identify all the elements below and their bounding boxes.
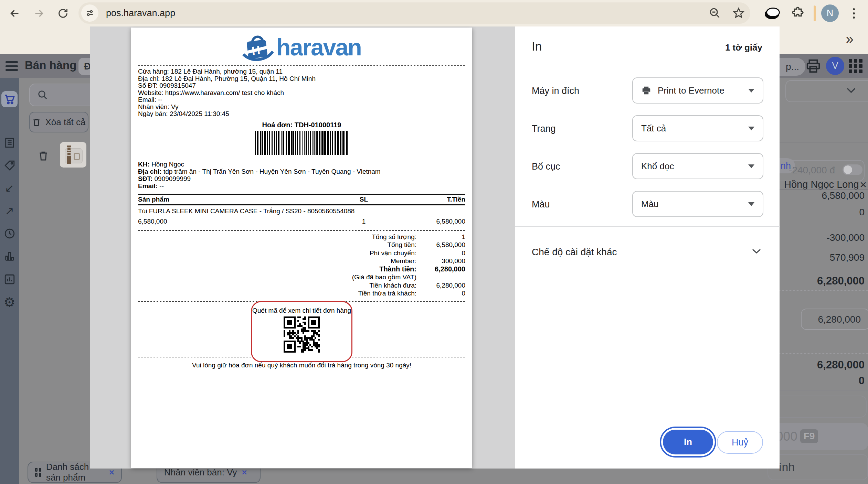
col-header: T.Tiền <box>390 196 465 203</box>
cancel-button[interactable]: Huỷ <box>717 431 763 454</box>
reload-button[interactable] <box>56 6 70 21</box>
toolbar-divider <box>814 6 816 21</box>
arrow-up-right-icon: ↗ <box>5 204 14 217</box>
sidebar-item-analytics[interactable] <box>0 270 19 289</box>
amount-tax: 570,909 <box>830 252 865 263</box>
color-label: Màu <box>532 199 550 210</box>
print-dialog: In 1 tờ giấy Máy in đích Print to Everno… <box>515 26 780 469</box>
screen: Bán hàng Đ p... V <box>0 0 868 484</box>
grid-icon <box>35 468 41 477</box>
discount-value: -240,000 đ <box>789 165 835 176</box>
forward-button[interactable] <box>32 6 46 21</box>
amount-shipping: 0 <box>859 207 865 218</box>
url-text[interactable]: pos.haravan.app <box>106 8 175 19</box>
hamburger-menu-icon[interactable] <box>6 61 18 71</box>
extension-favicon[interactable] <box>765 7 779 20</box>
sidebar-item-reports[interactable] <box>0 247 19 266</box>
line-item-trash-icon[interactable] <box>38 150 49 162</box>
sidebar-item-orders[interactable] <box>0 133 19 152</box>
sidebar-item-shipping[interactable]: ↗ <box>0 201 19 221</box>
divider <box>515 226 780 227</box>
more-settings[interactable]: Chế độ cài đặt khác <box>532 247 617 258</box>
caret-down-icon <box>748 164 754 168</box>
chevron-down-icon[interactable] <box>751 248 762 255</box>
clear-all-label: Xóa tất cả <box>45 117 85 128</box>
discount-toggle[interactable] <box>843 164 862 175</box>
menu-kebab-icon[interactable] <box>853 8 855 19</box>
store-line: Email: -- <box>138 96 465 104</box>
sidebar-item-promotions[interactable] <box>0 156 19 175</box>
pages-select[interactable]: Tất cả <box>632 115 763 141</box>
destination-label: Máy in đích <box>532 86 579 96</box>
amount-discount: -300,000 <box>826 232 865 243</box>
profile-avatar[interactable]: N <box>821 4 839 22</box>
customer-paid-value: 6,280,000 <box>818 314 861 325</box>
extensions-puzzle-icon[interactable] <box>791 6 805 20</box>
color-value: Màu <box>641 199 659 209</box>
receipt-table: Sản phẩm SL T.Tiền Túi FURLA SLEEK MINI … <box>138 194 465 225</box>
back-icon <box>9 7 21 20</box>
barcode <box>255 131 349 155</box>
close-icon[interactable]: × <box>242 467 247 478</box>
col-header: Sản phẩm <box>138 196 338 203</box>
bottom-button-partial[interactable]: ính <box>768 454 868 480</box>
amount-total: 6,580,000 <box>822 190 865 201</box>
sidebar-item-sell[interactable] <box>1 91 18 107</box>
staff-label: Nhân viên bán: Vy <box>164 467 237 478</box>
store-line: Website: https://www.haravan.com/ test c… <box>138 89 465 97</box>
note-input[interactable] <box>768 396 867 418</box>
search-icon <box>38 90 48 100</box>
product-thumbnail <box>60 142 86 168</box>
clock-icon <box>4 228 15 239</box>
f9-shortcut-badge: F9 <box>800 429 818 443</box>
destination-select[interactable]: Print to Evernote <box>632 77 763 104</box>
apps-grid-icon[interactable] <box>849 59 862 73</box>
qr-caption: Quét mã để xem chi tiết đơn hàng <box>252 307 351 314</box>
receipt-footer: Vui lòng giữ hóa đơn nếu quý khách muốn … <box>138 362 465 369</box>
invoice-number: Hoá đơn: TDH-01000119 <box>138 121 465 129</box>
arrow-down-left-icon: ↙ <box>5 182 14 195</box>
forward-icon <box>33 7 45 20</box>
back-button[interactable] <box>8 6 22 21</box>
divider <box>780 189 868 190</box>
sidebar-item-settings[interactable]: ⚙ <box>0 293 19 312</box>
sidebar-item-returns[interactable]: ↙ <box>0 179 19 198</box>
layout-value: Khổ dọc <box>641 161 674 172</box>
bookmark-star-icon[interactable] <box>732 7 745 19</box>
divider <box>780 390 868 390</box>
receipt-totals: Tổng số lượng:1 Tổng tiền:6,580,000 Phí … <box>138 233 465 298</box>
clear-all-button[interactable]: Xóa tất cả <box>29 112 88 132</box>
destination-value: Print to Evernote <box>658 85 724 96</box>
pages-value: Tất cả <box>641 123 666 134</box>
bar-chart-icon <box>4 250 15 262</box>
amount-change: 0 <box>859 375 865 387</box>
dotted-divider <box>780 353 868 354</box>
dialog-title: In <box>532 40 542 53</box>
tag-icon <box>4 160 15 171</box>
printer-icon <box>641 85 652 96</box>
product-name: Túi FURLA SLEEK MINI CAMERA CASE - Trắng… <box>138 207 465 215</box>
sheet-count: 1 tờ giấy <box>725 42 762 53</box>
page-title: Bán hàng <box>25 59 76 72</box>
bookmarks-overflow-icon[interactable]: » <box>846 31 854 47</box>
site-info-icon[interactable] <box>81 4 98 22</box>
store-info: Cửa hàng: 182 Lê Đại Hành, phường 15, qu… <box>138 68 465 118</box>
print-button[interactable]: In <box>663 430 713 454</box>
close-icon[interactable]: × <box>109 467 114 478</box>
qr-code <box>284 316 320 353</box>
url-bar[interactable]: pos.haravan.app <box>78 2 750 24</box>
printer-icon[interactable] <box>805 58 821 74</box>
sidebar: ↙ ↗ ⚙ <box>0 78 19 484</box>
layout-select[interactable]: Khổ dọc <box>632 153 763 179</box>
customer-paid-input[interactable]: 6,280,000 <box>801 309 868 330</box>
color-select[interactable]: Màu <box>632 191 763 217</box>
sidebar-item-history[interactable] <box>0 224 19 243</box>
avatar[interactable]: V <box>826 57 844 75</box>
dotted-divider <box>780 290 868 291</box>
boxed-chart-icon <box>4 273 15 285</box>
reload-icon <box>57 8 69 19</box>
trash-icon <box>32 117 41 127</box>
chevron-down-icon[interactable] <box>846 87 856 94</box>
zoom-out-icon[interactable] <box>709 7 721 19</box>
bottom-button-label: ính <box>779 460 795 474</box>
